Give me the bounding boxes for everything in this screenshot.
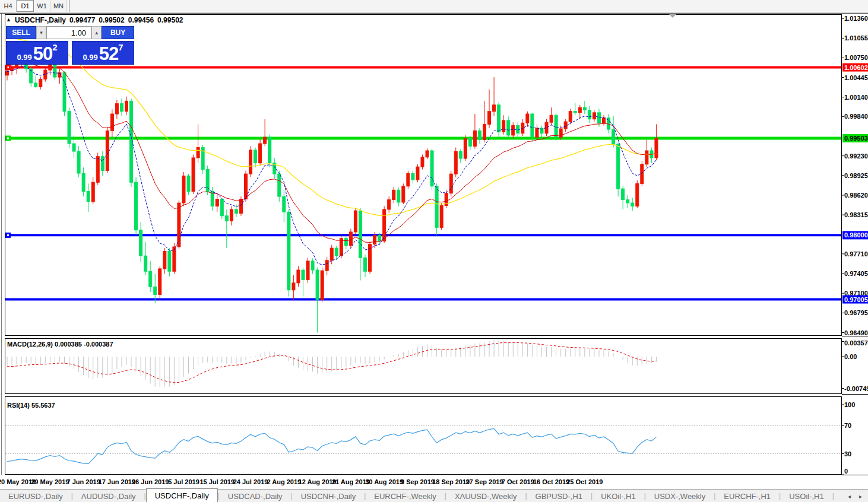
rsi-axis-label: 70 (844, 422, 851, 429)
tab-scroll-left-icon[interactable]: ◂ (848, 493, 851, 500)
chart-tab-usdx-weekly[interactable]: USDX-,Weekly (646, 490, 714, 502)
tab-scroll-right-icon[interactable]: ▸ (859, 493, 862, 500)
buy-price-tile[interactable]: 0.99 52 7 (72, 41, 134, 65)
ohlc-close: 0.99502 (157, 16, 183, 24)
price-tick-label: 0.98620 (844, 192, 868, 199)
price-level-badge-label: 0.98000 (844, 231, 868, 239)
rsi-axis-label: 0 (844, 468, 848, 475)
date-tick-label: 30 Aug 2019 (365, 478, 403, 485)
price-axis: 1.013601.010551.007501.004451.001400.998… (842, 15, 868, 336)
chart-tab-eurusd-daily[interactable]: EURUSD-,Daily (0, 490, 71, 502)
ohlc-open: 0.99477 (69, 16, 95, 24)
price-tick-label: 1.00140 (844, 94, 868, 101)
date-tick-label: 29 May 2019 (31, 478, 69, 485)
trading-terminal-window: H4D1W1MN 1.013601.010551.007501.004451.0… (0, 0, 868, 502)
price-tick-label: 0.98315 (844, 211, 868, 218)
ohlc-high: 0.99502 (99, 16, 124, 24)
date-tick-label: 2 Aug 2019 (267, 478, 301, 485)
date-tick-label: 7 Jun 2019 (67, 478, 100, 485)
one-click-trading-panel: SELL ▼ 1.00 ▲ BUY 0.99 50 2 0.99 52 7 (6, 26, 134, 65)
date-tick-label: 15 Jul 2019 (199, 478, 235, 485)
price-level-badge-label: 0.99503 (844, 135, 868, 142)
price-tick-label: 1.01055 (844, 34, 868, 42)
rsi-axis-label: 30 (844, 450, 851, 457)
price-tick-label: 0.96490 (844, 329, 868, 336)
sell-price-tile[interactable]: 0.99 50 2 (6, 41, 68, 65)
date-tick-label: 7 Oct 2019 (502, 478, 534, 485)
trade-quotes-row: 0.99 50 2 0.99 52 7 (6, 41, 134, 65)
date-tick-label: 27 Sep 2019 (466, 478, 503, 485)
volume-decrease-icon[interactable]: ▼ (36, 26, 46, 39)
price-tick-label: 0.99840 (844, 113, 868, 120)
price-tick-label: 0.96795 (844, 309, 868, 316)
symbol-name: USDCHF-,Daily (15, 16, 66, 24)
price-tick-label: 1.00750 (844, 54, 868, 61)
price-tick-label: 1.00445 (844, 74, 868, 81)
buy-price-digits: 52 (99, 44, 118, 63)
macd-axis-label: 0.00 (844, 353, 857, 360)
buy-price-prefix: 0.99 (83, 52, 97, 63)
date-tick-label: 16 Oct 2019 (533, 478, 569, 485)
sell-button[interactable]: SELL (6, 26, 36, 39)
volume-input[interactable]: 1.00 (46, 26, 91, 39)
macd-indicator-label: MACD(12,26,9) 0.000385 -0.000387 (7, 341, 113, 348)
macd-axis-label: -0.00749 (844, 385, 868, 392)
macd-axis-label: 0.003574 (844, 339, 868, 347)
chart-tab-audusd-daily[interactable]: AUDUSD-,Daily (73, 490, 144, 502)
chart-tab-ukoil-h1[interactable]: UKOil-,H1 (593, 490, 644, 502)
chart-tab-bar: EURUSD-,Daily|AUDUSD-,Daily|USDCHF-,Dail… (0, 489, 868, 502)
tab-scroll-arrows: ◂▸ (848, 493, 862, 500)
chart-tab-usoil-h1[interactable]: USOil-,H1 (781, 490, 832, 502)
buy-button[interactable]: BUY (102, 26, 134, 39)
date-tick-label: 12 Aug 2019 (299, 478, 337, 485)
price-tick-label: 1.01360 (844, 15, 868, 22)
chart-tab-usdcnh-daily[interactable]: USDCNH-,Daily (293, 490, 364, 502)
rsi-axis-label: 100 (844, 401, 855, 408)
trade-controls-row: SELL ▼ 1.00 ▲ BUY (6, 26, 134, 39)
price-tick-label: 0.97710 (844, 250, 868, 258)
date-tick-label: 20 May 2019 (0, 478, 36, 485)
rsi-indicator-label: RSI(14) 55.5637 (7, 402, 55, 409)
date-tick-label: 5 Jul 2019 (168, 478, 199, 485)
chart-tab-eurchf-weekly[interactable]: EURCHF-,Weekly (366, 490, 445, 502)
sell-price-prefix: 0.99 (17, 52, 31, 63)
price-level-badge-label: 0.97005 (844, 296, 868, 303)
price-level-badge-label: 1.00602 (844, 64, 868, 71)
pane-borders (5, 15, 868, 475)
chart-tab-eurchf-h1[interactable]: EURCHF-,H1 (715, 490, 779, 502)
date-tick-label: 24 Jul 2019 (233, 478, 268, 485)
chart-tab-usdchf-daily[interactable]: USDCHF-,Daily (146, 488, 218, 502)
collapse-panel-icon[interactable]: ▲ (6, 17, 11, 25)
chart-canvas: 1.013601.010551.007501.004451.001400.998… (0, 0, 868, 489)
chart-tab-usdcad-daily[interactable]: USDCAD-,Daily (220, 490, 291, 502)
chart-tab-xauusd-weekly[interactable]: XAUUSD-,Weekly (446, 490, 525, 502)
date-tick-label: 25 Oct 2019 (566, 478, 603, 485)
date-tick-label: 18 Sep 2019 (432, 478, 470, 485)
date-tick-label: 17 Jun 2019 (99, 478, 135, 485)
ohlc-low: 0.99456 (128, 16, 154, 24)
sell-price-pipette: 2 (52, 39, 57, 56)
price-tick-label: 0.99230 (844, 152, 868, 160)
price-tick-label: 0.97405 (844, 270, 868, 277)
date-tick-label: 9 Sep 2019 (401, 478, 435, 485)
date-tick-label: 21 Aug 2019 (332, 478, 370, 485)
buy-price-pipette: 7 (118, 39, 123, 56)
chart-header: ▲ USDCHF-,Daily 0.99477 0.99502 0.99456 … (6, 16, 183, 24)
chart-tab-gbpusd-h1[interactable]: GBPUSD-,H1 (527, 490, 591, 502)
sell-price-digits: 50 (33, 44, 52, 63)
volume-increase-icon[interactable]: ▲ (91, 26, 102, 39)
price-tick-label: 0.98925 (844, 172, 868, 179)
date-tick-label: 26 Jun 2019 (132, 478, 169, 485)
date-axis: 20 May 201929 May 20197 Jun 201917 Jun 2… (0, 478, 603, 485)
tab-separator: | (832, 492, 834, 500)
